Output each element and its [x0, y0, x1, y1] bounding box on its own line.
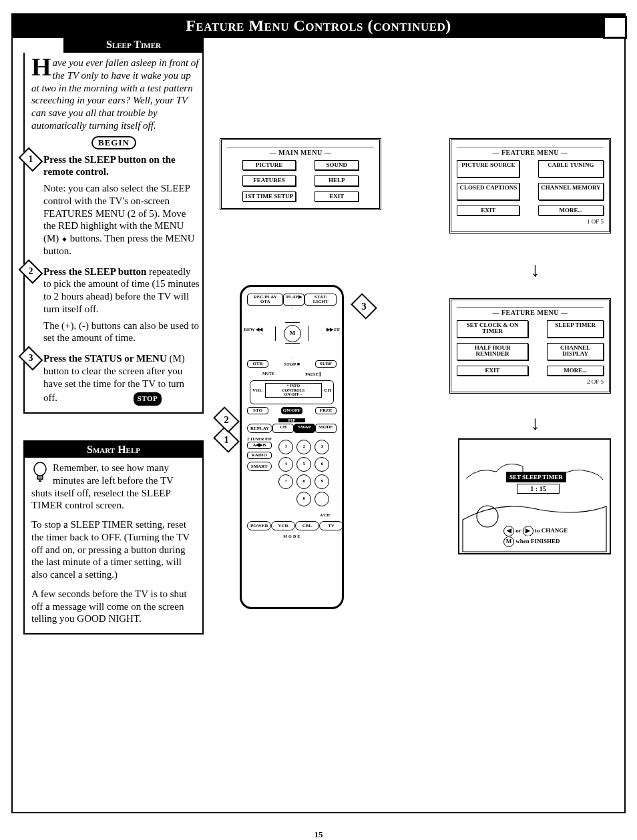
rc-btn-pip-ch: CH — [272, 424, 294, 433]
rc-label-ach: A/CH — [247, 513, 330, 517]
rc-num-3: 3 — [314, 440, 329, 454]
osd-feature-menu-1-title: — FEATURE MENU — — [457, 147, 604, 156]
sleep-graphic-title: SET SLEEP TIMER — [506, 472, 566, 482]
step-1-lead: Press the SLEEP button on the remote con… — [43, 154, 176, 177]
osd-btn-picture-source: PICTURE SOURCE — [457, 160, 519, 177]
rc-num-2: 2 — [296, 440, 311, 454]
svg-point-4 — [477, 506, 498, 527]
rc-label-ch: CH — [325, 388, 332, 393]
rc-btn-surf: SURF — [315, 360, 337, 368]
rc-label-ff: ▶▶ FF — [327, 327, 340, 332]
osd-feature-menu-2: — FEATURE MENU — SET CLOCK & ON TIMER HA… — [449, 298, 611, 394]
left-key-icon: ◀ — [503, 526, 514, 536]
osd-btn-channel-display: CHANNEL DISPLAY — [547, 343, 604, 360]
smart-help-heading: Smart Help — [25, 442, 202, 458]
rc-num-0: 0 — [296, 492, 311, 506]
callout-3-icon: 3 — [351, 293, 377, 320]
osd-btn-closed-captions: CLOSED CAPTIONS — [457, 183, 519, 200]
lightbulb-icon — [31, 462, 49, 484]
osd-btn-help: HELP — [314, 175, 359, 185]
rc-vol-ch-block: VOL + INFO CONTROLS ON/OFF − CH — [250, 380, 334, 404]
rc-btn-cbl: CBL — [295, 521, 319, 530]
osd-btn-exit: EXIT — [457, 205, 519, 216]
rc-dpad-down-icon — [285, 343, 300, 358]
rc-btn-freeze: FRZE — [315, 407, 337, 414]
rc-num-8: 8 — [296, 474, 311, 489]
osd-feature-menu-1: — FEATURE MENU — PICTURE SOURCE CLOSED C… — [449, 138, 611, 234]
rc-btn-otr: OTR — [247, 360, 268, 368]
rc-dpad-right-icon — [308, 326, 323, 341]
down-arrow-icon: ↓ — [530, 412, 540, 434]
rc-info-bot: ON/OFF − — [266, 392, 321, 397]
osd-footer-2of5: 2 OF 5 — [457, 378, 604, 385]
rc-num-6: 6 — [314, 457, 329, 472]
rc-label-mode: M O D E — [247, 534, 337, 538]
step-number-icon: 1 — [19, 147, 43, 171]
sleep-graphic-time: 1 : 15 — [517, 484, 560, 494]
step-1-note: Note: you can also select the SLEEP cont… — [43, 183, 195, 256]
callout-2-icon: 2 — [213, 406, 240, 433]
down-arrow-icon: ↓ — [530, 258, 540, 281]
dropcap: H — [31, 57, 53, 77]
osd-main-menu-title: — MAIN MENU — — [227, 147, 374, 156]
rc-info-top: + INFO — [266, 384, 321, 388]
intro-paragraph: Have you ever fallen asleep in front of … — [25, 53, 202, 135]
rc-label-stop: STOP ■ — [284, 362, 300, 367]
page-checkbox-icon — [603, 16, 627, 39]
osd-btn-sound: SOUND — [314, 160, 359, 170]
right-key-icon: ▶ — [523, 526, 534, 536]
rc-label-vol: VOL — [252, 388, 262, 393]
rc-btn-pip-onoff: ON/OFF — [281, 407, 302, 414]
osd-btn-half-hour-reminder: HALF HOUR REMINDER — [457, 343, 528, 360]
page-content: Sleep Timer Have you ever fallen asleep … — [11, 38, 626, 813]
rc-btn-pip-mode: MODE — [315, 424, 337, 433]
osd-feature-menu-2-title: — FEATURE MENU — — [457, 307, 604, 316]
rc-btn-power: POWER — [247, 521, 271, 530]
rc-label-mute: MUTE — [262, 372, 274, 376]
instruction-box: Have you ever fallen asleep in front of … — [23, 53, 204, 414]
smart-help-p2: To stop a SLEEP TIMER setting, reset the… — [31, 519, 190, 580]
rc-btn-play: PLAY▶ — [283, 294, 304, 306]
rc-dpad-menu: M — [284, 325, 301, 342]
rc-btn-replay: REPLAY — [247, 424, 272, 433]
osd-btn-picture: PICTURE — [242, 160, 296, 170]
rc-btn-rec: REC/PLAY OTA — [247, 294, 283, 306]
rc-label-pip: PIP — [278, 418, 305, 422]
step-1: 1 Press the SLEEP button on the remote c… — [25, 152, 202, 264]
osd-btn-cable-tuning: CABLE TUNING — [538, 160, 603, 177]
step-2-lead: Press the SLEEP button — [43, 266, 146, 277]
rc-info-mid: CONTROLS — [266, 388, 321, 393]
rc-label-rew: REW ◀◀ — [244, 327, 262, 332]
stop-badge: STOP — [134, 392, 162, 406]
osd-footer-1of5: 1 OF 5 — [457, 218, 604, 225]
osd-btn-exit: EXIT — [457, 366, 528, 376]
osd-btn-more: MORE... — [547, 366, 604, 376]
rc-label-pause: PAUSE ‖ — [305, 372, 321, 376]
rc-dpad-up-icon — [285, 308, 300, 323]
step-3: 3 Press the STATUS or MENU (M) button to… — [25, 351, 202, 412]
osd-btn-set-clock: SET CLOCK & ON TIMER — [457, 320, 528, 338]
step-2: 2 Press the SLEEP button repeatedly to p… — [25, 264, 202, 352]
right-column: — MAIN MENU — PICTURE FEATURES 1ST TIME … — [213, 38, 614, 785]
osd-main-menu: — MAIN MENU — PICTURE FEATURES 1ST TIME … — [220, 138, 381, 210]
rc-num-4: 4 — [278, 457, 293, 472]
rc-btn-radio: RADIO — [247, 452, 272, 459]
osd-btn-exit: EXIT — [314, 191, 359, 201]
svg-point-0 — [34, 462, 46, 476]
sleep-graphic-hint-2: M when FINISHED — [499, 536, 564, 548]
left-column: Sleep Timer Have you ever fallen asleep … — [23, 38, 204, 785]
rc-num-1: 1 — [278, 440, 293, 454]
smart-help-p3: A few seconds before the TV is to shut o… — [31, 588, 187, 624]
sleep-timer-graphic: SET SLEEP TIMER 1 : 15 ◀ or ▶ to CHANGE … — [458, 438, 611, 554]
menu-key-icon: M — [503, 536, 514, 547]
rc-num-9: 9 — [314, 474, 329, 489]
step-3-lead: Press the STATUS or MENU — [43, 353, 167, 364]
smart-help-p1: Remember, to see how many minutes are le… — [31, 462, 174, 510]
begin-pill: BEGIN — [91, 136, 136, 149]
osd-btn-more: MORE... — [538, 205, 603, 216]
osd-btn-channel-memory: CHANNEL MEMORY — [538, 183, 603, 200]
rc-numpad: 1 2 3 4 5 6 7 8 9 0 — [278, 440, 330, 506]
rc-num-5: 5 — [296, 457, 311, 472]
rc-num-7: 7 — [278, 474, 293, 489]
rc-dpad-left-icon — [261, 326, 276, 341]
